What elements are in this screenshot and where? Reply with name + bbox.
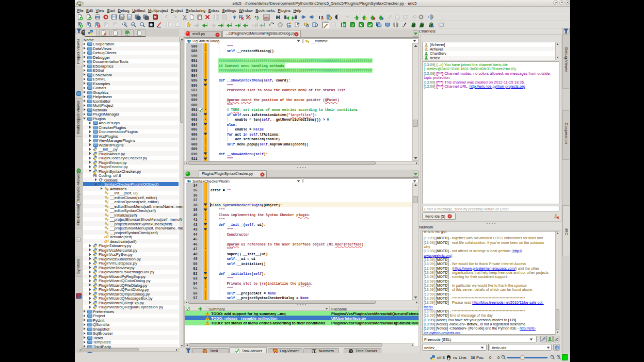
svg-text:D: D (342, 23, 345, 27)
svg-text:abc: abc (264, 16, 269, 19)
